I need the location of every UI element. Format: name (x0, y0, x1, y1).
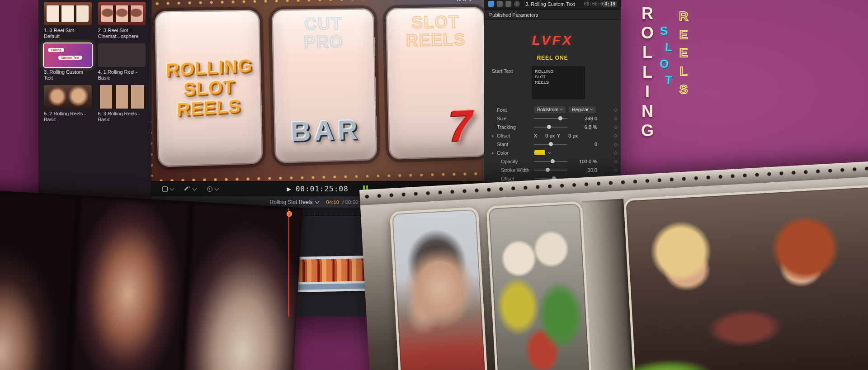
hero-word-slot: SLOT (662, 23, 671, 89)
title-inspector-icon[interactable] (497, 1, 503, 7)
play-button[interactable]: ▶ (287, 186, 291, 192)
stroke-width-value[interactable]: 30.0 (571, 167, 597, 173)
info-inspector-icon[interactable]: i (514, 1, 520, 7)
keyframe-diamond-icon[interactable]: ◇ (614, 116, 618, 121)
reel1-text: ROLLING SLOT REELS (155, 10, 262, 167)
offset-y-value[interactable]: 0 px (562, 133, 578, 138)
playhead[interactable] (288, 209, 289, 317)
viewer-panel: ROLLING SLOT REELS CUT PRO BAR (151, 0, 484, 196)
template-item-5[interactable]: 5. 2 Rolling Reels - Basic (44, 85, 92, 123)
template-label: 1. 3-Reel Slot - Default (44, 28, 92, 39)
strip-photo-two-women (623, 185, 868, 370)
reel-group-heading: REEL ONE (484, 55, 621, 61)
opacity-slider[interactable] (534, 161, 567, 162)
param-label: Tracking (497, 124, 534, 130)
param-label: Font (497, 107, 534, 113)
template-item-2[interactable]: 2. 3-Reel Slot - Cinemat...osphere (98, 2, 146, 39)
tracking-row: Tracking 6.0 % ◇ (484, 123, 621, 131)
chevron-down-icon (315, 199, 320, 204)
transform-tool-button[interactable] (162, 186, 174, 192)
crop-icon (162, 186, 168, 192)
inspector-title: 3. Rolling Custom Text (525, 1, 581, 7)
keyframe-diamond-icon[interactable]: ◇ (614, 142, 618, 147)
keyframe-diamond-icon[interactable]: ◇ (614, 167, 618, 172)
template-item-1[interactable]: 1. 3-Reel Slot - Default (44, 2, 92, 39)
disclosure-triangle-icon[interactable]: ▸ (492, 133, 497, 138)
slant-value[interactable]: 0 (571, 142, 597, 147)
template-thumbnail[interactable] (44, 2, 92, 25)
template-thumbnail[interactable] (98, 2, 146, 25)
font-row: Font Boldstrom Regular ◇ (484, 105, 621, 114)
slot-reel-1: ROLLING SLOT REELS (155, 10, 264, 167)
keyframe-diamond-icon[interactable]: ◇ (614, 124, 618, 129)
parameter-rows: Font Boldstrom Regular ◇ Size 398.0 (484, 105, 621, 183)
retime-tool-button[interactable] (207, 186, 218, 192)
param-label: Color (497, 150, 534, 156)
photo-collage-left (0, 189, 302, 370)
brand-logo: LVFX (484, 33, 621, 48)
template-label: 6. 3 Rolling Reels - Basic (98, 111, 146, 123)
param-label: Slant (497, 142, 534, 147)
tracking-value[interactable]: 6.0 % (571, 124, 597, 130)
keyframe-diamond-icon[interactable]: ◇ (614, 159, 618, 164)
start-text-row: Start Text ROLLING SLOT REELS (484, 66, 621, 99)
chevron-down-icon (193, 186, 197, 190)
color-swatch[interactable] (534, 150, 546, 156)
y-label: Y (557, 133, 560, 138)
collage-photo (68, 198, 189, 370)
magic-wand-icon (184, 186, 190, 192)
thumb-banner: Custom Text (58, 56, 82, 60)
inspector-body: LVFX REEL ONE Start Text ROLLING SLOT RE… (484, 33, 621, 183)
collage-photo (182, 204, 302, 370)
start-text-label: Start Text (492, 66, 532, 99)
effects-inspector-icon[interactable] (505, 1, 511, 7)
thumb-banner: Rolling (48, 48, 64, 52)
marquee-lights-bottom (157, 171, 484, 181)
template-thumbnail[interactable] (44, 85, 92, 109)
viewer-canvas: ROLLING SLOT REELS CUT PRO BAR (151, 0, 484, 181)
slant-slider[interactable] (534, 144, 567, 145)
size-value[interactable]: 398.0 (571, 116, 597, 121)
template-item-4[interactable]: 4. 1 Rolling Reel - Basic (98, 43, 146, 81)
template-item-6[interactable]: 6. 3 Rolling Reels - Basic (98, 85, 146, 123)
project-name: Rolling Slot Reels (270, 199, 313, 205)
hero-word-reels: REELS (679, 7, 688, 99)
disclosure-triangle-icon[interactable]: ▸ (492, 151, 497, 155)
template-thumbnail[interactable] (98, 43, 146, 67)
keyframe-diamond-icon[interactable]: ◇ (614, 150, 618, 155)
start-text-field[interactable]: ROLLING SLOT REELS (532, 66, 585, 99)
tracking-slider[interactable] (534, 127, 567, 128)
chevron-down-icon (215, 186, 219, 190)
reel2-bar-text: BAR (274, 113, 377, 148)
chevron-down-icon (548, 150, 551, 153)
offset-xy-row: ▸ Offset X 0 px Y 0 px ◇ (484, 131, 621, 140)
keyframe-diamond-icon[interactable]: ◇ (614, 107, 618, 112)
chevron-down-icon (560, 107, 563, 110)
template-item-3-selected[interactable]: Rolling Custom Text 3. Rolling Custom Te… (44, 43, 92, 81)
enhancements-tool-button[interactable] (184, 186, 196, 192)
reel3-ghost-text: SLOT REELS (386, 13, 484, 50)
project-dropdown[interactable]: Rolling Slot Reels (270, 199, 319, 205)
offset-x-value[interactable]: 0 px (539, 133, 555, 138)
view-menu-button[interactable]: View (456, 0, 472, 2)
marquee-lights-left (151, 9, 154, 176)
font-style-dropdown[interactable]: Regular (569, 106, 596, 113)
video-inspector-icon[interactable] (488, 1, 494, 7)
slant-row: Slant 0 ◇ (484, 140, 621, 148)
film-strip-body (360, 173, 868, 370)
param-label: Size (497, 116, 534, 121)
template-thumbnail[interactable] (98, 85, 146, 109)
published-parameters-header: Published Parameters (484, 10, 621, 20)
chevron-down-icon (468, 0, 473, 1)
opacity-value[interactable]: 100.0 % (571, 159, 597, 164)
hero-typography: ROLLING SLOT REELS (628, 0, 868, 190)
template-thumbnail[interactable]: Rolling Custom Text (44, 43, 92, 67)
size-slider[interactable] (534, 118, 567, 119)
view-menu-label: View (456, 0, 467, 2)
keyframe-diamond-icon[interactable]: ◇ (614, 133, 618, 138)
font-family-dropdown[interactable]: Boldstrom (534, 106, 566, 113)
stroke-width-slider[interactable] (534, 170, 567, 171)
marketing-canvas: 1. 3-Reel Slot - Default 2. 3-Reel Slot … (0, 0, 868, 370)
chevron-down-icon (170, 186, 175, 190)
color-row: ▸ Color ◇ (484, 148, 621, 157)
